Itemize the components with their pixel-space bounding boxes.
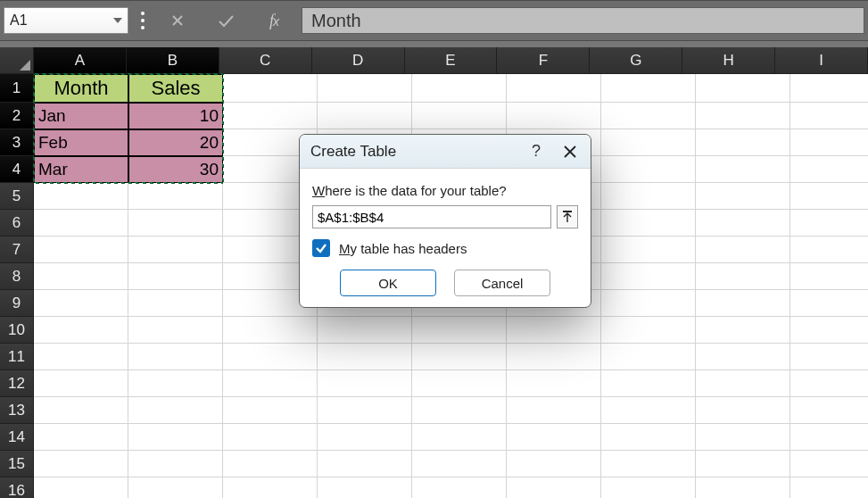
select-all-corner[interactable] bbox=[0, 47, 34, 74]
cell[interactable] bbox=[790, 424, 868, 451]
cell[interactable] bbox=[318, 344, 412, 370]
col-header-a[interactable]: A bbox=[34, 47, 127, 74]
cell[interactable] bbox=[601, 103, 696, 129]
cell[interactable] bbox=[128, 397, 223, 424]
cell[interactable] bbox=[34, 290, 128, 317]
cell[interactable] bbox=[507, 74, 601, 103]
close-button[interactable] bbox=[560, 142, 580, 162]
col-header-i[interactable]: I bbox=[775, 47, 868, 74]
formula-bar[interactable]: Month bbox=[302, 7, 864, 34]
cell[interactable] bbox=[412, 451, 507, 477]
cell[interactable] bbox=[790, 397, 868, 424]
row-header-7[interactable]: 7 bbox=[0, 237, 34, 263]
col-header-f[interactable]: F bbox=[497, 47, 590, 74]
cell[interactable] bbox=[412, 317, 507, 344]
cell[interactable] bbox=[696, 344, 790, 370]
cell[interactable] bbox=[34, 397, 128, 424]
cell[interactable] bbox=[601, 317, 696, 344]
cell[interactable] bbox=[34, 370, 128, 397]
row-header-3[interactable]: 3 bbox=[0, 129, 34, 156]
cell[interactable] bbox=[601, 451, 696, 477]
row-header-15[interactable]: 15 bbox=[0, 451, 34, 477]
row-header-4[interactable]: 4 bbox=[0, 156, 34, 183]
col-header-g[interactable]: G bbox=[590, 47, 682, 74]
cell[interactable] bbox=[318, 317, 412, 344]
row-header-13[interactable]: 13 bbox=[0, 397, 34, 424]
cell[interactable] bbox=[507, 451, 601, 477]
cell[interactable] bbox=[507, 424, 601, 451]
col-header-d[interactable]: D bbox=[312, 47, 405, 74]
cell[interactable] bbox=[412, 103, 507, 129]
col-header-c[interactable]: C bbox=[219, 47, 312, 74]
cell[interactable] bbox=[128, 237, 223, 263]
cell[interactable] bbox=[696, 183, 790, 210]
collapse-range-button[interactable] bbox=[557, 205, 578, 228]
fx-button[interactable]: fx bbox=[253, 7, 294, 34]
dialog-titlebar[interactable]: Create Table ? bbox=[300, 135, 591, 169]
name-box[interactable]: A1 bbox=[4, 7, 128, 34]
cell[interactable] bbox=[507, 397, 601, 424]
cell[interactable] bbox=[318, 370, 412, 397]
cell[interactable] bbox=[696, 370, 790, 397]
row-header-8[interactable]: 8 bbox=[0, 263, 34, 290]
col-header-b[interactable]: B bbox=[127, 47, 219, 74]
row-header-1[interactable]: 1 bbox=[0, 74, 34, 103]
row-header-16[interactable]: 16 bbox=[0, 477, 34, 498]
cell[interactable]: 10 bbox=[128, 103, 223, 129]
cell[interactable] bbox=[601, 370, 696, 397]
cell[interactable] bbox=[696, 103, 790, 129]
cell[interactable] bbox=[318, 451, 412, 477]
cell[interactable] bbox=[696, 397, 790, 424]
cell[interactable] bbox=[790, 129, 868, 156]
help-button[interactable]: ? bbox=[532, 142, 541, 161]
cell[interactable] bbox=[601, 183, 696, 210]
cell[interactable] bbox=[601, 156, 696, 183]
cell[interactable] bbox=[318, 74, 412, 103]
cell[interactable] bbox=[412, 344, 507, 370]
cell[interactable] bbox=[412, 397, 507, 424]
cell[interactable] bbox=[601, 397, 696, 424]
cell[interactable] bbox=[601, 237, 696, 263]
cell[interactable] bbox=[601, 424, 696, 451]
cell[interactable] bbox=[601, 344, 696, 370]
cell[interactable] bbox=[128, 317, 223, 344]
cell[interactable] bbox=[34, 183, 128, 210]
cell[interactable] bbox=[507, 477, 601, 498]
cell[interactable] bbox=[128, 344, 223, 370]
cell[interactable] bbox=[507, 317, 601, 344]
cell[interactable] bbox=[223, 103, 318, 129]
cell[interactable] bbox=[34, 237, 128, 263]
cell[interactable]: Mar bbox=[34, 156, 128, 183]
menu-dots-icon[interactable] bbox=[141, 19, 145, 22]
row-header-2[interactable]: 2 bbox=[0, 103, 34, 129]
cell[interactable] bbox=[601, 210, 696, 237]
row-header-5[interactable]: 5 bbox=[0, 183, 34, 210]
cell[interactable] bbox=[790, 183, 868, 210]
cell[interactable] bbox=[412, 74, 507, 103]
cell[interactable]: Feb bbox=[34, 129, 128, 156]
cell[interactable] bbox=[128, 290, 223, 317]
cell[interactable] bbox=[128, 370, 223, 397]
cell[interactable] bbox=[223, 424, 318, 451]
cell[interactable] bbox=[318, 477, 412, 498]
cell[interactable] bbox=[790, 263, 868, 290]
cell[interactable] bbox=[696, 263, 790, 290]
cell[interactable] bbox=[128, 210, 223, 237]
ok-button[interactable]: OK bbox=[340, 270, 436, 296]
cell[interactable] bbox=[34, 263, 128, 290]
cell[interactable] bbox=[128, 263, 223, 290]
cell[interactable]: 20 bbox=[128, 129, 223, 156]
cell[interactable] bbox=[790, 344, 868, 370]
row-header-14[interactable]: 14 bbox=[0, 424, 34, 451]
headers-checkbox[interactable] bbox=[312, 239, 330, 257]
col-header-e[interactable]: E bbox=[405, 47, 498, 74]
cell[interactable] bbox=[790, 210, 868, 237]
cell[interactable] bbox=[223, 344, 318, 370]
cell[interactable] bbox=[223, 370, 318, 397]
cell[interactable] bbox=[412, 477, 507, 498]
cell[interactable] bbox=[507, 103, 601, 129]
cell[interactable] bbox=[223, 397, 318, 424]
cell[interactable] bbox=[34, 344, 128, 370]
cell[interactable] bbox=[696, 290, 790, 317]
row-header-11[interactable]: 11 bbox=[0, 344, 34, 370]
